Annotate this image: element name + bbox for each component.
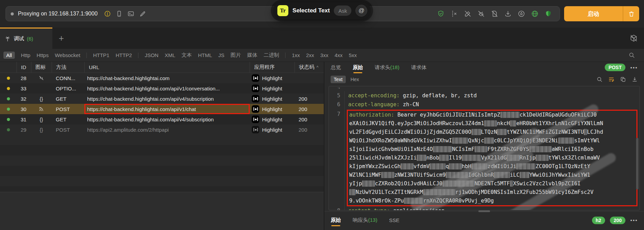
col-icon[interactable]: 图标: [31, 62, 52, 73]
filter-5xx[interactable]: 5xx: [349, 52, 357, 58]
network-globe-icon[interactable]: [531, 10, 539, 18]
filter-all[interactable]: All: [3, 52, 15, 59]
row-id: 33: [17, 86, 31, 91]
start-button[interactable]: 启动: [564, 6, 639, 21]
new-tab-button[interactable]: +: [52, 28, 70, 49]
tab-debug-session[interactable]: 调试 (6): [0, 28, 52, 49]
row-url: https://chat-backend.highlightai.com/api…: [84, 83, 250, 94]
highlight-app-icon: [252, 74, 259, 82]
header-line: 6 accept-language: zh-CN: [329, 100, 640, 109]
highlight-app-icon: [252, 105, 259, 113]
filter-html[interactable]: HTML: [198, 52, 212, 58]
col-url[interactable]: URL: [84, 62, 250, 73]
filter-text[interactable]: 文本: [181, 52, 192, 58]
highlight-app-icon: [252, 126, 259, 133]
ask-button[interactable]: Ask: [334, 6, 352, 16]
filter-http[interactable]: Http: [21, 52, 31, 58]
tab-response-headers[interactable]: 响应头(13): [353, 217, 377, 223]
raw-request-view[interactable]: 4 accept: */* 5 accept-encoding: gzip, d…: [329, 86, 640, 210]
success-dot: [7, 97, 10, 100]
traffic-table: ID 图标 方法 URL 应用程序 状态码^ 28 CONN... https:…: [0, 62, 324, 230]
row-url: https://chat-backend.highlightai.com: [84, 73, 250, 83]
col-app[interactable]: 应用程序: [250, 62, 294, 73]
filter-media[interactable]: 媒体: [247, 52, 257, 58]
row-method: CONN...: [52, 75, 84, 81]
filter-websocket[interactable]: Websocket: [55, 52, 80, 58]
filter-bar: All Http Https Websocket HTTP1 HTTP2 JSO…: [0, 49, 644, 62]
tab-request-body[interactable]: 请求体: [411, 64, 427, 71]
table-row[interactable]: 31 {} GET https://chat-backend.highlight…: [0, 114, 324, 124]
request-tabs: 总览 原始 请求头(18) 请求体 POST •••: [324, 62, 644, 73]
more-menu-icon[interactable]: •••: [630, 65, 638, 70]
debug-off-icon[interactable]: [477, 10, 485, 18]
line-number: 6: [329, 100, 345, 109]
clear-trash-icon[interactable]: [623, 6, 639, 21]
header-line-clipped: 4 accept: */*: [329, 88, 640, 91]
proxy-status-group: Proxying on 192.168.137.1:9000: [11, 10, 146, 18]
breakpoint-icon[interactable]: [450, 10, 458, 18]
filter-4xx[interactable]: 4xx: [334, 52, 342, 58]
filter-2xx[interactable]: 2xx: [306, 52, 314, 58]
filter-https[interactable]: Https: [37, 52, 49, 58]
filter-image[interactable]: 图片: [230, 52, 241, 58]
search-icon[interactable]: [629, 52, 635, 58]
package-off-icon[interactable]: [630, 34, 638, 42]
filter-json[interactable]: JSON: [145, 52, 158, 58]
tab-overview[interactable]: 总览: [331, 64, 341, 71]
import-download-icon[interactable]: [504, 10, 512, 18]
filter-http2[interactable]: HTTP2: [116, 52, 132, 58]
certificate-shield-icon[interactable]: [437, 10, 445, 18]
view-text-tab[interactable]: Text: [331, 76, 346, 83]
table-row-selected[interactable]: 30 POST https://chat-backend.highlightai…: [0, 104, 324, 114]
drop-record-icon[interactable]: [518, 10, 525, 18]
row-url: https://chat-backend.highlightai.com/api…: [84, 114, 250, 124]
terminal-icon[interactable]: [127, 10, 135, 18]
rewrite-off-icon[interactable]: [464, 10, 471, 18]
filter-http1[interactable]: HTTP1: [93, 52, 110, 58]
row-status: 200: [294, 96, 324, 102]
request-response-splitter[interactable]: [324, 210, 644, 213]
text-format-icon: Tr: [277, 5, 288, 16]
edit-pencil-icon[interactable]: [139, 10, 146, 18]
authorization-header-line: 7 authorization: Bearer eyJhbGciOiJIUzI1…: [329, 109, 640, 206]
copy-icon[interactable]: [620, 76, 626, 83]
filter-binary[interactable]: 二进制: [263, 52, 279, 58]
mention-button[interactable]: @: [356, 5, 367, 17]
splitter-grip[interactable]: [478, 210, 490, 212]
tab-debug-label: 调试: [14, 35, 24, 42]
table-row[interactable]: 32 {} GET https://chat-backend.highlight…: [0, 94, 324, 104]
top-toolbar: Proxying on 192.168.137.1:9000: [0, 0, 644, 28]
filter-js[interactable]: JS: [218, 52, 225, 58]
security-shield-icon[interactable]: [544, 10, 552, 18]
tab-sse[interactable]: SSE: [389, 217, 399, 223]
line-number: 5: [329, 91, 345, 100]
table-row[interactable]: 28 CONN... https://chat-backend.highligh…: [0, 73, 324, 83]
filter-group-version: HTTP1 HTTP2: [93, 52, 132, 58]
warning-icon[interactable]: [104, 10, 111, 18]
filter-group-protocol: All Http Https Websocket: [3, 52, 80, 59]
script-off-icon[interactable]: [491, 10, 498, 18]
col-method[interactable]: 方法: [52, 62, 84, 73]
filter-xml[interactable]: XML: [165, 52, 175, 58]
tab-raw[interactable]: 原始: [353, 64, 363, 71]
filter-3xx[interactable]: 3xx: [320, 52, 328, 58]
row-app: Highlight: [250, 105, 294, 113]
response-more-menu-icon[interactable]: •••: [630, 217, 638, 223]
table-row[interactable]: 29 {} POST https://api2.amplitude.com/2/…: [0, 124, 324, 135]
view-hex-tab[interactable]: Hex: [351, 77, 359, 82]
col-status[interactable]: 状态码^: [294, 62, 324, 73]
word-wrap-icon[interactable]: [608, 76, 614, 83]
export-download-icon[interactable]: [632, 76, 638, 83]
row-app: Highlight: [250, 74, 294, 82]
tab-response-raw[interactable]: 原始: [331, 217, 341, 223]
content-scrollbar[interactable]: [636, 138, 638, 189]
table-row[interactable]: 33 OPTIO... https://chat-backend.highlig…: [0, 83, 324, 94]
stream-icon: [31, 106, 52, 112]
row-url-annotated: https://chat-backend.highlightai.com/api…: [84, 104, 250, 114]
col-id[interactable]: ID: [17, 62, 31, 73]
tab-request-headers[interactable]: 请求头(18): [375, 64, 399, 71]
phone-icon[interactable]: [115, 10, 123, 18]
row-method: GET: [52, 117, 84, 122]
filter-1xx[interactable]: 1xx: [292, 52, 300, 58]
content-search-icon[interactable]: [596, 76, 603, 83]
